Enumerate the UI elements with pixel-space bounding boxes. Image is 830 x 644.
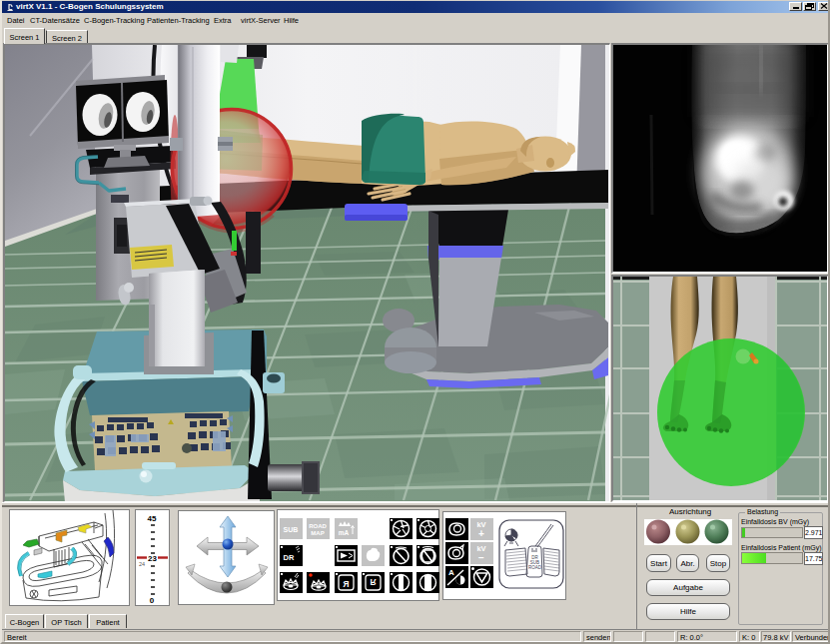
svg-text:23: 23 [148, 554, 157, 563]
svg-text:0: 0 [150, 596, 155, 605]
svg-text:45: 45 [148, 514, 157, 523]
svg-text:A: A [448, 568, 454, 577]
svg-text:24: 24 [139, 561, 145, 567]
svg-text:ROAD: ROAD [528, 565, 542, 570]
svg-text:+: + [478, 528, 484, 539]
svg-text:MAP: MAP [311, 530, 324, 536]
svg-text:R: R [370, 577, 376, 587]
svg-text:mA: mA [339, 529, 350, 536]
svg-text:DR: DR [284, 553, 295, 562]
svg-text:−: − [478, 552, 484, 563]
svg-text:R: R [343, 579, 349, 589]
svg-text:SUB: SUB [284, 526, 299, 533]
svg-text:ROAD: ROAD [309, 523, 327, 529]
